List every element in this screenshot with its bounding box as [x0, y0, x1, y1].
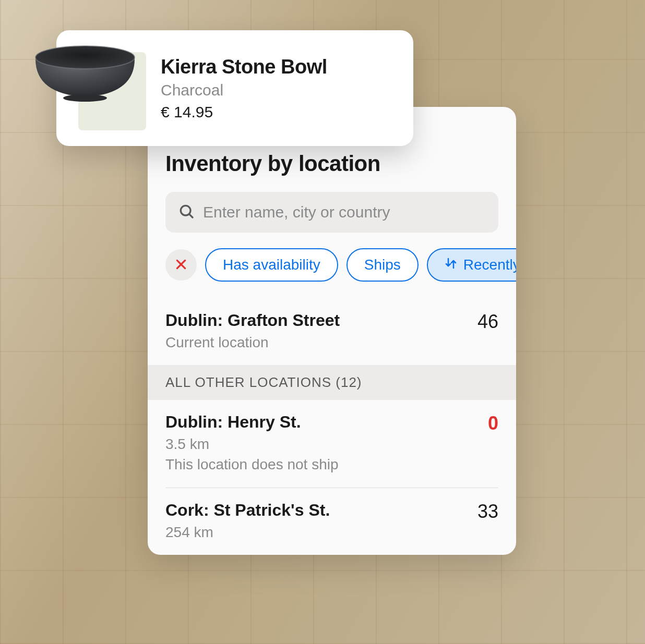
panel-title: Inventory by location: [148, 138, 516, 192]
location-quantity: 33: [477, 501, 498, 523]
close-icon: [174, 258, 188, 273]
filter-ships[interactable]: Ships: [347, 248, 419, 282]
location-label: Current location: [165, 332, 477, 353]
other-locations-header: ALL OTHER LOCATIONS (12): [148, 365, 516, 400]
svg-line-1: [189, 214, 193, 217]
location-quantity: 46: [477, 311, 498, 333]
product-card[interactable]: Kierra Stone Bowl Charcoal € 14.95: [56, 30, 413, 146]
product-image: [25, 35, 145, 108]
location-name: Dublin: Grafton Street: [165, 311, 477, 330]
svg-point-6: [63, 94, 107, 102]
filter-has-availability[interactable]: Has availability: [205, 248, 338, 282]
location-row[interactable]: Cork: St Patrick's St. 254 km 33: [148, 488, 516, 555]
location-row[interactable]: Dublin: Henry St. 3.5 km This location d…: [148, 400, 516, 487]
location-quantity: 0: [488, 412, 498, 434]
location-distance: 3.5 km: [165, 434, 488, 454]
inventory-panel: Inventory by location Has availability S…: [148, 107, 516, 555]
location-distance: 254 km: [165, 522, 477, 542]
clear-filters-button[interactable]: [165, 249, 197, 281]
product-name: Kierra Stone Bowl: [161, 56, 398, 78]
filters-row: Has availability Ships Recently used: [148, 248, 516, 298]
location-note: This location does not ship: [165, 454, 488, 475]
location-name: Dublin: Henry St.: [165, 412, 488, 432]
product-price: € 14.95: [161, 103, 398, 121]
product-variant: Charcoal: [161, 81, 398, 99]
search-icon: [178, 203, 195, 222]
location-name: Cork: St Patrick's St.: [165, 501, 477, 520]
search-input[interactable]: [165, 192, 498, 233]
filter-sort-label: Recently used: [463, 257, 516, 273]
sort-icon: [445, 257, 457, 273]
filter-sort-recently-used[interactable]: Recently used: [427, 248, 516, 282]
current-location-row[interactable]: Dublin: Grafton Street Current location …: [148, 298, 516, 365]
